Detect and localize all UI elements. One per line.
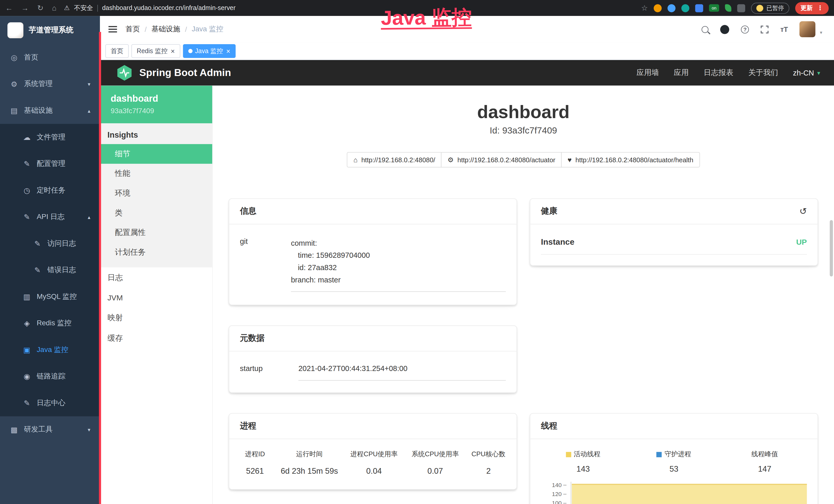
- sidebar-item-access-log[interactable]: ✎ 访问日志: [0, 230, 100, 257]
- sba-menu-metrics[interactable]: 性能: [100, 164, 212, 184]
- infrastructure-icon: ▤: [9, 106, 19, 115]
- link-health-url[interactable]: ♥ http://192.168.0.2:48080/actuator/heal…: [561, 152, 700, 167]
- tab-home[interactable]: 首页: [105, 44, 129, 58]
- menu-dots-icon[interactable]: ⋮: [817, 4, 824, 12]
- sba-locale-select[interactable]: zh-CN ▾: [793, 69, 820, 77]
- breadcrumb-current: Java 监控: [192, 24, 223, 34]
- sba-menu-mappings[interactable]: 映射: [100, 307, 212, 328]
- legend-peak-threads: 线程峰值 147: [719, 450, 810, 473]
- sba-menu-configprops[interactable]: 配置属性: [100, 223, 212, 243]
- sidebar-item-mysql-monitor[interactable]: ▥ MySQL 监控: [0, 283, 100, 310]
- sba-instance-id: 93a3fc7f7409: [111, 107, 202, 115]
- link-actuator-url[interactable]: ⚙ http://192.168.0.2:48080/actuator: [441, 152, 562, 167]
- sidebar-item-dev-tools[interactable]: ▩ 研发工具 ▾: [0, 416, 100, 443]
- health-card-body: Instance UP: [530, 224, 817, 265]
- link-base-url[interactable]: ⌂ http://192.168.0.2:48080/: [347, 152, 441, 167]
- paused-label: 已暂停: [766, 4, 784, 12]
- tab-label: Redis 监控: [137, 46, 168, 55]
- hamburger-icon[interactable]: [108, 26, 117, 32]
- history-icon[interactable]: ↺: [799, 206, 807, 217]
- scrollbar[interactable]: [830, 220, 833, 276]
- sba-nav-journal[interactable]: 日志报表: [704, 68, 733, 77]
- sidebar-item-java-monitor[interactable]: ▣ Java 监控: [0, 337, 100, 363]
- url-text[interactable]: dashboard.yudao.iocoder.cn/infra/admin-s…: [102, 4, 236, 12]
- sidebar-item-tracing[interactable]: ◉ 链路追踪: [0, 363, 100, 390]
- extension-icon-blue-drop[interactable]: [667, 4, 676, 12]
- sidebar-item-redis-monitor[interactable]: ◈ Redis 监控: [0, 310, 100, 337]
- sidebar-item-file-manage[interactable]: ☁ 文件管理: [0, 124, 100, 151]
- legend-swatch-blue-icon: [657, 452, 662, 457]
- breadcrumb-home[interactable]: 首页: [126, 24, 140, 34]
- sba-menu-classes[interactable]: 类: [100, 203, 212, 223]
- tab-java-monitor[interactable]: Java 监控 ×: [183, 44, 236, 58]
- extension-icon-on-badge[interactable]: on: [709, 4, 719, 12]
- sba-menu-logs[interactable]: 日志: [100, 268, 212, 288]
- extension-icon-blue-grid[interactable]: [695, 4, 703, 12]
- threads-card-header: 线程: [530, 414, 817, 439]
- extension-icon-orange[interactable]: [654, 4, 662, 12]
- close-icon[interactable]: ×: [226, 47, 231, 54]
- browser-home-button[interactable]: ⌂: [52, 4, 57, 12]
- extension-icon-leaf[interactable]: [725, 4, 731, 12]
- legend-live-threads: 活动线程 143: [538, 450, 629, 473]
- browser-update-button[interactable]: 更新 ⋮: [795, 2, 829, 14]
- sba-menu-environment[interactable]: 环境: [100, 183, 212, 203]
- sidebar-item-system[interactable]: ⚙ 系统管理 ▾: [0, 71, 100, 97]
- sba-nav: 应用墙 应用 日志报表 关于我们 zh-CN ▾: [636, 68, 820, 77]
- address-bar[interactable]: ⚠ 不安全 dashboard.yudao.iocoder.cn/infra/a…: [64, 3, 236, 12]
- link-label: http://192.168.0.2:48080/actuator: [458, 156, 555, 164]
- tab-redis-monitor[interactable]: Redis 监控 ×: [131, 44, 180, 58]
- process-uptime: 6d 23h 15m 59s: [275, 466, 344, 475]
- emoji-face-icon: [756, 5, 763, 12]
- metadata-card: 元数据 startup 2021-04-27T00:44:31.254+08:0…: [228, 325, 517, 393]
- user-avatar[interactable]: [799, 21, 815, 37]
- browser-back-button[interactable]: ←: [5, 4, 13, 12]
- github-icon[interactable]: [720, 25, 729, 33]
- sba-menu-scheduledtasks[interactable]: 计划任务: [100, 243, 212, 262]
- search-icon[interactable]: [702, 26, 709, 32]
- spring-boot-admin-logo-icon: [116, 65, 133, 82]
- extension-puzzle-icon[interactable]: [737, 4, 745, 12]
- sidebar-item-scheduled-jobs[interactable]: ◷ 定时任务: [0, 177, 100, 204]
- sba-nav-wallboard[interactable]: 应用墙: [636, 68, 659, 77]
- wrench-icon: ⚙: [447, 156, 454, 164]
- process-cpu: 0.04: [344, 466, 404, 475]
- paused-badge[interactable]: 已暂停: [751, 2, 789, 13]
- sidebar-item-config-manage[interactable]: ✎ 配置管理: [0, 151, 100, 177]
- sba-header: Spring Boot Admin 应用墙 应用 日志报表 关于我们 zh-CN…: [100, 60, 834, 86]
- sidebar-item-error-log[interactable]: ✎ 错误日志: [0, 257, 100, 283]
- sidebar-item-infra[interactable]: ▤ 基础设施 ▴: [0, 97, 100, 124]
- close-icon[interactable]: ×: [171, 47, 175, 54]
- help-icon[interactable]: [741, 25, 749, 33]
- sidebar-item-log-center[interactable]: ✎ 日志中心: [0, 390, 100, 416]
- breadcrumb-infra[interactable]: 基础设施: [152, 24, 180, 34]
- sba-instance-header[interactable]: dashboard 93a3fc7f7409: [100, 86, 212, 123]
- bookmark-star-icon[interactable]: ☆: [641, 4, 648, 12]
- browser-forward-button[interactable]: →: [21, 4, 29, 12]
- sba-section-insights: Insights: [100, 123, 212, 144]
- extension-icon-teal[interactable]: [681, 4, 689, 12]
- sba-nav-applications[interactable]: 应用: [674, 68, 688, 77]
- legend-label: 活动线程: [574, 450, 600, 459]
- sba-menu-caches[interactable]: 缓存: [100, 328, 212, 349]
- security-label[interactable]: 不安全: [74, 3, 93, 12]
- legend-value: 53: [629, 464, 719, 473]
- fullscreen-icon[interactable]: [761, 25, 769, 33]
- chevron-up-icon: ▴: [88, 108, 90, 113]
- sidebar-item-label: 日志中心: [37, 398, 66, 408]
- sidebar-item-label: MySQL 监控: [37, 292, 77, 301]
- sidebar-item-api-log[interactable]: ✎ API 日志 ▴: [0, 204, 100, 230]
- browser-reload-button[interactable]: ↻: [37, 4, 43, 12]
- sba-nav-about[interactable]: 关于我们: [748, 68, 778, 77]
- font-size-icon[interactable]: тT: [780, 25, 788, 33]
- app-logo[interactable]: 芋道管理系统: [0, 16, 100, 44]
- card-title: 进程: [240, 420, 256, 432]
- tools-icon: ▩: [9, 426, 19, 434]
- sba-menu-details[interactable]: 细节: [100, 144, 212, 164]
- sidebar-item-home[interactable]: ◎ 首页: [0, 44, 100, 71]
- sba-menu-jvm[interactable]: JVM: [100, 288, 212, 307]
- legend-label: 线程峰值: [751, 450, 778, 459]
- sba-brand-title[interactable]: Spring Boot Admin: [139, 67, 231, 79]
- annotation-line: [99, 32, 101, 504]
- sidebar: 芋道管理系统 ◎ 首页 ⚙ 系统管理 ▾ ▤ 基础设施 ▴ ☁ 文件管理: [0, 16, 100, 504]
